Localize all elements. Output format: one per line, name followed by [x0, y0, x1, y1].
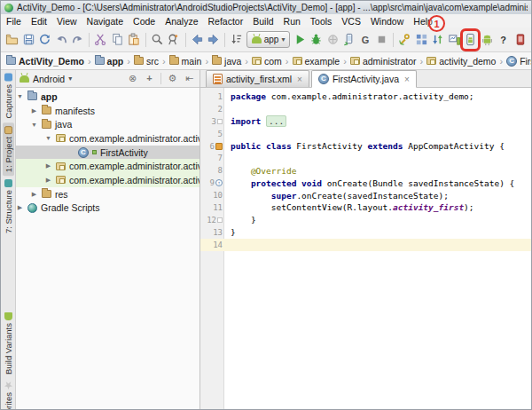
redo-icon[interactable]	[71, 32, 84, 48]
menu-refactor[interactable]: Refactor	[208, 16, 244, 27]
tool-window-project[interactable]: 1: Project	[3, 122, 14, 176]
save-all-icon[interactable]	[21, 32, 35, 48]
sync-icon[interactable]	[38, 32, 51, 48]
android-studio-logo-icon	[4, 4, 13, 12]
override-marker-icon[interactable]: ↑	[215, 179, 223, 186]
tool-window-captures[interactable]: Captures	[3, 70, 14, 122]
annotation-circle-1: 1	[428, 15, 445, 32]
code-line: 1package com.example.administrator.activ…	[200, 91, 531, 103]
run-with-coverage-icon[interactable]	[325, 32, 339, 48]
breadcrumb-com[interactable]: com	[252, 56, 282, 67]
window-title: ActiVity_Demo - [C:\Users\Administrator\…	[17, 3, 528, 12]
menu-vcs[interactable]: VCS	[341, 16, 361, 27]
tool-window-structure[interactable]: 7: Structure	[3, 176, 14, 237]
android-monitor-icon[interactable]	[448, 32, 461, 48]
fold-marker-icon[interactable]	[217, 119, 223, 124]
tree-row-package-androidtest[interactable]: ▶com.example.administrator.activity_demo	[16, 159, 200, 173]
fold-marker-icon[interactable]	[217, 217, 223, 223]
menu-file[interactable]: File	[6, 16, 21, 27]
tree-row-package-main[interactable]: ▼com.example.administrator.activity_demo	[16, 131, 200, 146]
collapse-all-icon[interactable]: ⊗	[126, 74, 139, 83]
tree-row-firstactivity[interactable]: CFirstActivity	[16, 146, 200, 160]
menu-window[interactable]: Window	[371, 16, 403, 27]
class-gutter-icon[interactable]	[215, 143, 223, 150]
menu-edit[interactable]: Edit	[31, 16, 47, 27]
breadcrumb-firstactivity[interactable]: CFirstActivity	[506, 56, 531, 67]
attach-debugger-android-icon[interactable]	[431, 32, 444, 48]
expander-icon: ▶	[44, 177, 52, 184]
android-device-monitor-icon[interactable]	[512, 32, 526, 48]
code-editor[interactable]: 1package com.example.administrator.activ…	[200, 88, 531, 409]
breadcrumb-project[interactable]: ActiVity_Demo	[6, 56, 84, 67]
project-view-selector[interactable]: Android	[33, 74, 65, 84]
tree-row-gradle-scripts[interactable]: ▶Gradle Scripts	[16, 201, 200, 216]
forward-icon[interactable]	[207, 32, 220, 48]
tab-firstactivity-java[interactable]: C FirstActivity.java ×	[311, 70, 417, 88]
breadcrumb-java[interactable]: java	[212, 56, 241, 67]
title-bar: ActiVity_Demo - [C:\Users\Administrator\…	[1, 1, 531, 14]
menu-analyze[interactable]: Analyze	[165, 16, 198, 27]
expander-icon: ▶	[16, 204, 24, 211]
menu-code[interactable]: Code	[133, 16, 155, 27]
menu-navigate[interactable]: Navigate	[87, 16, 123, 27]
chevron-separator-icon: ›	[499, 56, 503, 67]
tool-window-favorites[interactable]: Favorites	[3, 378, 14, 409]
gear-icon[interactable]: ⚙	[166, 74, 179, 83]
tab-activity-first-xml[interactable]: activity_first.xml ×	[206, 70, 309, 87]
code-line: 5	[200, 128, 531, 140]
tree-row-res[interactable]: ▶res	[16, 187, 200, 201]
attach-to-process-icon[interactable]	[342, 32, 356, 48]
project-structure-icon[interactable]	[415, 32, 428, 48]
stop-icon[interactable]	[375, 32, 388, 48]
breadcrumb-src[interactable]: src	[134, 56, 159, 67]
menu-run[interactable]: Run	[284, 16, 301, 27]
tree-row-package-test[interactable]: ▶com.example.administrator.activity_demo	[16, 173, 200, 187]
class-icon: C	[78, 147, 89, 158]
header-divider	[160, 73, 161, 84]
tree-row-manifests[interactable]: ▶manifests	[16, 104, 200, 118]
sdk-manager-icon[interactable]	[480, 32, 493, 48]
project-tree: ▼app ▶manifests ▼java ▼com.example.admin…	[16, 88, 200, 409]
folder-icon	[42, 106, 51, 114]
close-icon[interactable]: ×	[404, 75, 410, 84]
debug-icon[interactable]	[309, 32, 323, 48]
breadcrumb-main[interactable]: main	[169, 56, 202, 67]
tree-row-java[interactable]: ▼java	[16, 117, 200, 131]
res-folder-icon	[42, 190, 51, 198]
run-configuration-select[interactable]: app ▾	[246, 31, 291, 48]
breadcrumb-activity-demo[interactable]: activity_demo	[426, 56, 496, 67]
sort-lines-icon[interactable]	[230, 32, 243, 48]
avd-manager-icon[interactable]	[464, 32, 477, 48]
close-icon[interactable]: ×	[297, 75, 302, 84]
code-line: 7	[200, 152, 531, 164]
find-icon[interactable]	[151, 32, 164, 48]
tool-window-build-variants[interactable]: Build Variants	[3, 309, 14, 378]
expander-icon: ▶	[30, 107, 38, 114]
chevron-separator-icon: ›	[162, 56, 166, 67]
breadcrumb-administrator[interactable]: administrator	[350, 56, 417, 67]
scroll-from-source-icon[interactable]: +	[143, 74, 156, 83]
menu-view[interactable]: View	[57, 16, 77, 27]
replace-icon[interactable]	[167, 32, 180, 48]
menu-tools[interactable]: Tools	[310, 16, 332, 27]
run-button[interactable]	[293, 32, 306, 48]
folded-imports[interactable]: ...	[266, 115, 286, 127]
sync-gradle-icon[interactable]	[398, 32, 411, 48]
chevron-separator-icon: ›	[286, 56, 289, 67]
breadcrumb-app[interactable]: app	[95, 56, 124, 67]
paste-icon[interactable]	[127, 32, 140, 48]
hide-panel-icon[interactable]: ⇤	[183, 74, 196, 83]
cut-icon[interactable]	[94, 32, 107, 48]
help-icon[interactable]: ?	[497, 32, 510, 48]
menu-build[interactable]: Build	[253, 16, 273, 27]
back-icon[interactable]	[190, 32, 203, 48]
breadcrumb-example[interactable]: example	[293, 56, 340, 67]
code-line: 3import ...	[200, 115, 531, 128]
tree-row-app[interactable]: ▼app	[16, 90, 200, 104]
copy-icon[interactable]	[111, 32, 124, 48]
gradle-icon[interactable]: G	[358, 32, 372, 48]
undo-icon[interactable]	[54, 32, 67, 48]
menu-bar: File Edit View Navigate Code Analyze Ref…	[1, 14, 531, 28]
open-folder-icon[interactable]	[5, 32, 19, 48]
package-icon	[293, 57, 302, 65]
